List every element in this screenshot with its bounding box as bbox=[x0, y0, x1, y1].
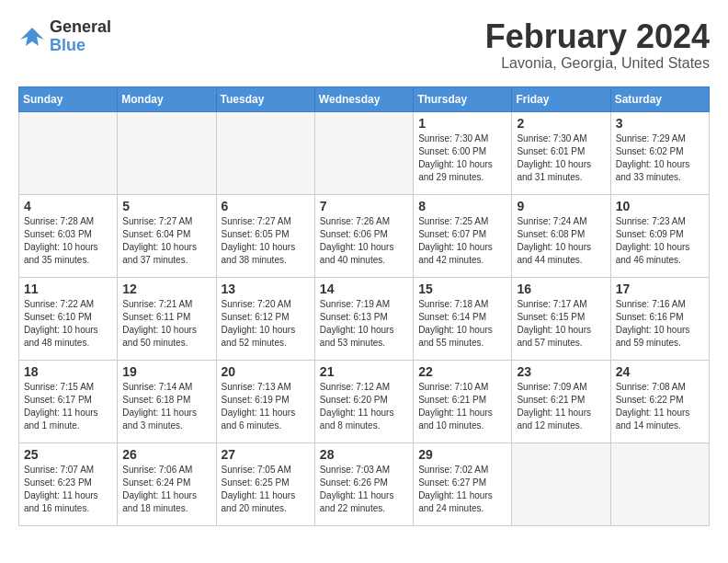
calendar-cell: 18Sunrise: 7:15 AMSunset: 6:17 PMDayligh… bbox=[19, 360, 118, 442]
day-info: Sunrise: 7:25 AMSunset: 6:07 PMDaylight:… bbox=[418, 215, 506, 267]
title-section: February 2024 Lavonia, Georgia, United S… bbox=[485, 18, 710, 72]
day-number: 5 bbox=[122, 199, 210, 213]
logo-bird-icon bbox=[18, 23, 46, 51]
day-number: 9 bbox=[517, 199, 605, 213]
day-number: 21 bbox=[320, 364, 408, 379]
header-thursday: Thursday bbox=[414, 86, 512, 111]
day-number: 2 bbox=[517, 116, 605, 131]
calendar-cell: 20Sunrise: 7:13 AMSunset: 6:19 PMDayligh… bbox=[216, 360, 314, 442]
calendar-cell: 9Sunrise: 7:24 AMSunset: 6:08 PMDaylight… bbox=[512, 194, 610, 277]
calendar-cell: 8Sunrise: 7:25 AMSunset: 6:07 PMDaylight… bbox=[414, 194, 512, 277]
calendar-cell: 19Sunrise: 7:14 AMSunset: 6:18 PMDayligh… bbox=[118, 360, 216, 442]
calendar-cell: 7Sunrise: 7:26 AMSunset: 6:06 PMDaylight… bbox=[314, 194, 413, 277]
calendar-week-2: 4Sunrise: 7:28 AMSunset: 6:03 PMDaylight… bbox=[19, 194, 710, 277]
day-number: 22 bbox=[418, 364, 506, 379]
page-header: General Blue February 2024 Lavonia, Geor… bbox=[18, 18, 710, 72]
calendar-cell: 28Sunrise: 7:03 AMSunset: 6:26 PMDayligh… bbox=[314, 442, 413, 525]
day-info: Sunrise: 7:18 AMSunset: 6:14 PMDaylight:… bbox=[418, 298, 506, 350]
day-number: 15 bbox=[418, 282, 506, 296]
day-number: 7 bbox=[320, 199, 408, 213]
calendar-cell: 14Sunrise: 7:19 AMSunset: 6:13 PMDayligh… bbox=[314, 277, 413, 360]
day-number: 29 bbox=[418, 447, 506, 462]
calendar-cell bbox=[19, 111, 118, 194]
calendar-cell bbox=[610, 442, 709, 525]
day-number: 3 bbox=[616, 116, 704, 131]
day-number: 11 bbox=[24, 282, 112, 296]
day-info: Sunrise: 7:17 AMSunset: 6:15 PMDaylight:… bbox=[517, 298, 605, 350]
calendar-cell: 4Sunrise: 7:28 AMSunset: 6:03 PMDaylight… bbox=[19, 194, 118, 277]
calendar-cell: 22Sunrise: 7:10 AMSunset: 6:21 PMDayligh… bbox=[414, 360, 512, 442]
day-number: 13 bbox=[222, 282, 310, 296]
day-info: Sunrise: 7:02 AMSunset: 6:27 PMDaylight:… bbox=[418, 464, 506, 515]
logo-general: General bbox=[50, 18, 111, 37]
calendar-cell: 27Sunrise: 7:05 AMSunset: 6:25 PMDayligh… bbox=[216, 442, 314, 525]
day-info: Sunrise: 7:30 AMSunset: 6:00 PMDaylight:… bbox=[418, 132, 506, 184]
day-number: 8 bbox=[418, 199, 506, 213]
day-number: 10 bbox=[616, 199, 704, 213]
header-tuesday: Tuesday bbox=[216, 86, 314, 111]
calendar-cell bbox=[314, 111, 413, 194]
header-friday: Friday bbox=[512, 86, 610, 111]
day-info: Sunrise: 7:23 AMSunset: 6:09 PMDaylight:… bbox=[616, 215, 704, 267]
day-info: Sunrise: 7:21 AMSunset: 6:11 PMDaylight:… bbox=[122, 298, 210, 350]
calendar-cell: 11Sunrise: 7:22 AMSunset: 6:10 PMDayligh… bbox=[19, 277, 118, 360]
calendar-cell: 6Sunrise: 7:27 AMSunset: 6:05 PMDaylight… bbox=[216, 194, 314, 277]
calendar-header-row: SundayMondayTuesdayWednesdayThursdayFrid… bbox=[19, 86, 710, 111]
calendar-cell bbox=[512, 442, 610, 525]
day-number: 12 bbox=[122, 282, 210, 296]
calendar-week-5: 25Sunrise: 7:07 AMSunset: 6:23 PMDayligh… bbox=[19, 442, 710, 525]
month-title: February 2024 bbox=[485, 18, 710, 55]
calendar-table: SundayMondayTuesdayWednesdayThursdayFrid… bbox=[18, 86, 710, 526]
day-number: 6 bbox=[222, 199, 310, 213]
day-number: 26 bbox=[122, 447, 210, 462]
calendar-week-3: 11Sunrise: 7:22 AMSunset: 6:10 PMDayligh… bbox=[19, 277, 710, 360]
day-info: Sunrise: 7:27 AMSunset: 6:05 PMDaylight:… bbox=[222, 215, 310, 267]
day-number: 20 bbox=[222, 364, 310, 379]
calendar-cell: 26Sunrise: 7:06 AMSunset: 6:24 PMDayligh… bbox=[118, 442, 216, 525]
day-info: Sunrise: 7:26 AMSunset: 6:06 PMDaylight:… bbox=[320, 215, 408, 267]
day-number: 4 bbox=[24, 199, 112, 213]
calendar-cell: 23Sunrise: 7:09 AMSunset: 6:21 PMDayligh… bbox=[512, 360, 610, 442]
header-monday: Monday bbox=[118, 86, 216, 111]
calendar-cell: 12Sunrise: 7:21 AMSunset: 6:11 PMDayligh… bbox=[118, 277, 216, 360]
day-info: Sunrise: 7:03 AMSunset: 6:26 PMDaylight:… bbox=[320, 464, 408, 515]
day-info: Sunrise: 7:06 AMSunset: 6:24 PMDaylight:… bbox=[122, 464, 210, 515]
header-wednesday: Wednesday bbox=[314, 86, 413, 111]
day-info: Sunrise: 7:19 AMSunset: 6:13 PMDaylight:… bbox=[320, 298, 408, 350]
day-info: Sunrise: 7:16 AMSunset: 6:16 PMDaylight:… bbox=[616, 298, 704, 350]
calendar-cell: 16Sunrise: 7:17 AMSunset: 6:15 PMDayligh… bbox=[512, 277, 610, 360]
day-number: 18 bbox=[24, 364, 112, 379]
logo: General Blue bbox=[18, 18, 111, 55]
header-sunday: Sunday bbox=[19, 86, 118, 111]
day-number: 16 bbox=[517, 282, 605, 296]
day-number: 28 bbox=[320, 447, 408, 462]
calendar-cell bbox=[216, 111, 314, 194]
calendar-week-1: 1Sunrise: 7:30 AMSunset: 6:00 PMDaylight… bbox=[19, 111, 710, 194]
calendar-cell: 25Sunrise: 7:07 AMSunset: 6:23 PMDayligh… bbox=[19, 442, 118, 525]
calendar-cell: 2Sunrise: 7:30 AMSunset: 6:01 PMDaylight… bbox=[512, 111, 610, 194]
calendar-cell: 3Sunrise: 7:29 AMSunset: 6:02 PMDaylight… bbox=[610, 111, 709, 194]
location-title: Lavonia, Georgia, United States bbox=[485, 55, 710, 72]
calendar-cell: 13Sunrise: 7:20 AMSunset: 6:12 PMDayligh… bbox=[216, 277, 314, 360]
calendar-cell: 10Sunrise: 7:23 AMSunset: 6:09 PMDayligh… bbox=[610, 194, 709, 277]
day-info: Sunrise: 7:08 AMSunset: 6:22 PMDaylight:… bbox=[616, 381, 704, 432]
day-info: Sunrise: 7:30 AMSunset: 6:01 PMDaylight:… bbox=[517, 132, 605, 184]
header-saturday: Saturday bbox=[610, 86, 709, 111]
calendar-cell: 15Sunrise: 7:18 AMSunset: 6:14 PMDayligh… bbox=[414, 277, 512, 360]
day-number: 1 bbox=[418, 116, 506, 131]
day-info: Sunrise: 7:28 AMSunset: 6:03 PMDaylight:… bbox=[24, 215, 112, 267]
logo-text: General Blue bbox=[50, 18, 111, 55]
calendar-cell: 1Sunrise: 7:30 AMSunset: 6:00 PMDaylight… bbox=[414, 111, 512, 194]
day-number: 24 bbox=[616, 364, 704, 379]
day-info: Sunrise: 7:14 AMSunset: 6:18 PMDaylight:… bbox=[122, 381, 210, 432]
day-number: 23 bbox=[517, 364, 605, 379]
day-info: Sunrise: 7:10 AMSunset: 6:21 PMDaylight:… bbox=[418, 381, 506, 432]
calendar-cell: 21Sunrise: 7:12 AMSunset: 6:20 PMDayligh… bbox=[314, 360, 413, 442]
day-number: 17 bbox=[616, 282, 704, 296]
day-number: 25 bbox=[24, 447, 112, 462]
calendar-cell: 24Sunrise: 7:08 AMSunset: 6:22 PMDayligh… bbox=[610, 360, 709, 442]
day-info: Sunrise: 7:29 AMSunset: 6:02 PMDaylight:… bbox=[616, 132, 704, 184]
day-info: Sunrise: 7:12 AMSunset: 6:20 PMDaylight:… bbox=[320, 381, 408, 432]
day-info: Sunrise: 7:24 AMSunset: 6:08 PMDaylight:… bbox=[517, 215, 605, 267]
day-number: 19 bbox=[122, 364, 210, 379]
